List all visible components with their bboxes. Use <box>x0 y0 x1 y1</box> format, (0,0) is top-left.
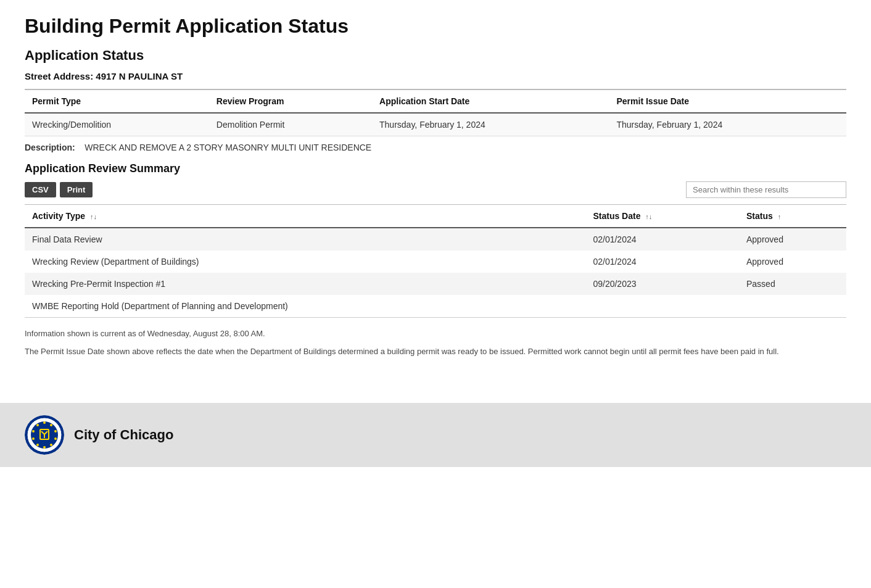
city-seal <box>25 415 64 455</box>
svg-point-5 <box>54 430 57 433</box>
review-table: Activity Type ↑↓ Status Date ↑↓ Status ↑… <box>25 204 846 318</box>
street-address: Street Address: 4917 N PAULINA ST <box>25 71 846 81</box>
review-table-row: Wrecking Pre-Permit Inspection #109/20/2… <box>25 273 846 295</box>
footer-city-name: City of Chicago <box>74 427 173 443</box>
review-table-row: WMBE Reporting Hold (Department of Plann… <box>25 295 846 318</box>
review-table-row: Final Data Review02/01/2024Approved <box>25 228 846 251</box>
permit-type-cell: Wrecking/Demolition <box>25 113 209 136</box>
status-date-cell: 02/01/2024 <box>585 251 739 273</box>
toolbar-left: CSV Print <box>25 182 93 197</box>
footer: City of Chicago <box>0 403 871 467</box>
activity-type-cell: Final Data Review <box>25 228 585 251</box>
col-status-date: Status Date ↑↓ <box>585 205 739 228</box>
status-cell: Approved <box>739 228 846 251</box>
col-app-start-date: Application Start Date <box>372 90 609 114</box>
page-title: Building Permit Application Status <box>25 15 846 38</box>
street-address-label: Street Address: <box>25 71 93 81</box>
status-cell <box>739 295 846 318</box>
svg-point-10 <box>32 437 35 440</box>
svg-point-3 <box>43 421 46 424</box>
col-permit-type: Permit Type <box>25 90 209 114</box>
sort-icon-status[interactable]: ↑ <box>778 213 782 220</box>
svg-point-11 <box>32 430 35 433</box>
svg-point-7 <box>50 444 52 446</box>
svg-point-4 <box>50 424 52 426</box>
permit-table: Permit Type Review Program Application S… <box>25 89 846 136</box>
description-value: WRECK AND REMOVE A 2 STORY MASONRY MULTI… <box>85 143 371 152</box>
permit-issue-date-cell: Thursday, February 1, 2024 <box>609 113 847 136</box>
csv-button[interactable]: CSV <box>25 182 56 197</box>
activity-type-cell: WMBE Reporting Hold (Department of Plann… <box>25 295 585 318</box>
activity-type-cell: Wrecking Review (Department of Buildings… <box>25 251 585 273</box>
footnotes: Information shown is current as of Wedne… <box>25 328 846 358</box>
col-permit-issue-date: Permit Issue Date <box>609 90 847 114</box>
svg-point-12 <box>36 424 39 426</box>
svg-point-6 <box>54 437 57 440</box>
description-label: Description: <box>25 143 75 152</box>
col-status: Status ↑ <box>739 205 846 228</box>
description-row: Description: WRECK AND REMOVE A 2 STORY … <box>25 136 846 162</box>
current-as-of: Information shown is current as of Wedne… <box>25 328 846 341</box>
review-program-cell: Demolition Permit <box>209 113 372 136</box>
activity-type-cell: Wrecking Pre-Permit Inspection #1 <box>25 273 585 295</box>
search-input[interactable] <box>686 181 846 198</box>
status-date-cell: 02/01/2024 <box>585 228 739 251</box>
print-button[interactable]: Print <box>60 182 93 197</box>
col-activity-type: Activity Type ↑↓ <box>25 205 585 228</box>
review-table-row: Wrecking Review (Department of Buildings… <box>25 251 846 273</box>
search-container <box>686 181 846 198</box>
permit-issue-note: The Permit Issue Date shown above reflec… <box>25 346 846 358</box>
svg-point-8 <box>43 446 46 449</box>
sort-icon-activity[interactable]: ↑↓ <box>90 213 97 220</box>
section-title: Application Status <box>25 48 846 64</box>
app-start-date-cell: Thursday, February 1, 2024 <box>372 113 609 136</box>
review-summary-title: Application Review Summary <box>25 162 846 175</box>
status-date-cell: 09/20/2023 <box>585 273 739 295</box>
status-cell: Approved <box>739 251 846 273</box>
toolbar: CSV Print <box>25 181 846 198</box>
col-review-program: Review Program <box>209 90 372 114</box>
sort-icon-status-date[interactable]: ↑↓ <box>645 213 652 220</box>
permit-row: Wrecking/Demolition Demolition Permit Th… <box>25 113 846 136</box>
svg-point-9 <box>36 444 39 446</box>
status-cell: Passed <box>739 273 846 295</box>
street-address-value: 4917 N PAULINA ST <box>96 71 183 81</box>
status-date-cell <box>585 295 739 318</box>
